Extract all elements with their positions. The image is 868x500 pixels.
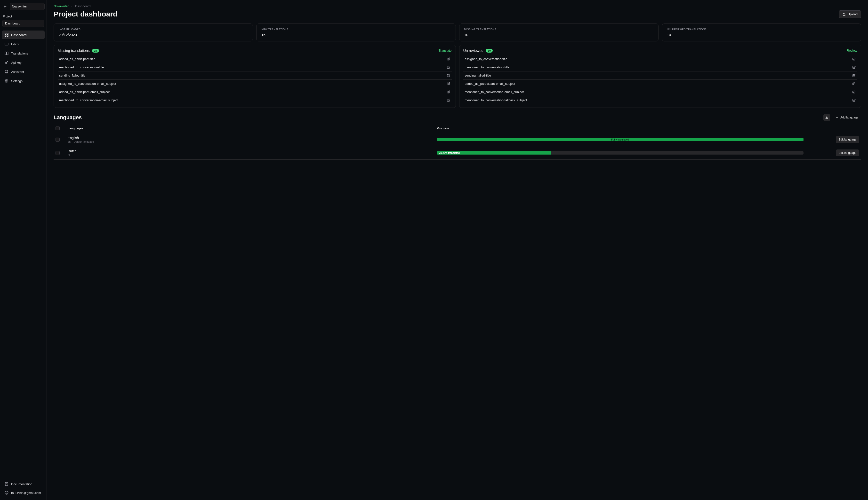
panel-title: Missing translations xyxy=(58,48,90,53)
row-checkbox[interactable] xyxy=(56,138,60,142)
edit-icon[interactable] xyxy=(852,66,856,69)
edit-icon[interactable] xyxy=(852,74,856,77)
nav-label: Editor xyxy=(11,42,19,46)
breadcrumb-root[interactable]: Novawriter xyxy=(54,4,69,8)
edit-icon[interactable] xyxy=(852,99,856,102)
edit-icon[interactable] xyxy=(447,82,450,86)
stat-label: MISSING TRANSLATIONS xyxy=(464,28,654,31)
stat-label: NEW TRANSLATIONS xyxy=(261,28,450,31)
progress-text: 31.25% translated xyxy=(437,151,804,155)
document-icon xyxy=(4,482,9,486)
svg-point-19 xyxy=(6,492,7,493)
nav-assistant[interactable]: Assistant xyxy=(2,67,45,76)
nav-documentation[interactable]: Documentation xyxy=(2,480,45,488)
nav-label: Dashboard xyxy=(11,33,27,37)
assistant-icon xyxy=(4,69,9,74)
nav-label: Documentation xyxy=(11,482,32,486)
chevron-up-down-icon xyxy=(40,5,42,8)
user-email: thuurvdp@gmail.com xyxy=(11,491,41,495)
nav-api-key[interactable]: Api key xyxy=(2,58,45,67)
edit-language-button[interactable]: Edit language xyxy=(836,149,859,156)
edit-icon[interactable] xyxy=(447,74,450,77)
svg-rect-3 xyxy=(7,35,8,37)
review-action[interactable]: Review xyxy=(847,49,857,52)
nav-translations[interactable]: Translations xyxy=(2,49,45,58)
nav-dashboard[interactable]: Dashboard xyxy=(2,31,45,39)
translation-key-item: sending_failed-title xyxy=(58,71,452,79)
svg-rect-0 xyxy=(5,33,6,34)
svg-rect-1 xyxy=(7,33,8,34)
unreviewed-panel: Un reviewed 10 Review assigned_to_conver… xyxy=(459,45,861,108)
download-icon xyxy=(825,116,828,119)
breadcrumb-current: Dashboard xyxy=(75,4,91,8)
edit-icon[interactable] xyxy=(447,57,450,61)
languages-title: Languages xyxy=(54,114,82,121)
download-button[interactable] xyxy=(823,114,830,121)
translation-key-item: mentioned_to_conversation-email_subject xyxy=(463,88,857,96)
stat-missing-translations: MISSING TRANSLATIONS 10 xyxy=(459,23,658,42)
key-name: mentioned_to_conversation-email_subject xyxy=(59,98,118,102)
key-name: sending_failed-title xyxy=(465,73,491,77)
edit-icon[interactable] xyxy=(447,99,450,102)
org-select[interactable]: Novawriter xyxy=(10,3,45,10)
translation-key-item: assigned_to_conversation-email_subject xyxy=(58,79,452,88)
svg-rect-2 xyxy=(5,35,6,37)
page-title: Project dashboard xyxy=(54,10,118,18)
edit-icon[interactable] xyxy=(852,82,856,86)
missing-translations-panel: Missing translations 10 Translate added_… xyxy=(54,45,456,108)
edit-icon[interactable] xyxy=(852,57,856,61)
key-icon xyxy=(4,60,9,65)
progress-text: Fully translated xyxy=(437,138,804,141)
languages-table-header: Languages Progress xyxy=(54,124,861,133)
col-languages: Languages xyxy=(68,126,434,130)
svg-point-14 xyxy=(8,80,8,80)
edit-icon[interactable] xyxy=(447,66,450,69)
edit-language-button[interactable]: Edit language xyxy=(836,136,859,143)
col-progress: Progress xyxy=(437,126,804,130)
edit-icon[interactable] xyxy=(852,90,856,94)
language-name: Dutch xyxy=(68,149,434,153)
count-badge: 10 xyxy=(486,49,493,53)
translation-key-item: mentioned_to_conversation-title xyxy=(463,63,857,71)
stat-value: 29/12/2023 xyxy=(59,33,248,37)
edit-icon[interactable] xyxy=(447,90,450,94)
progress-bar: Fully translated xyxy=(437,138,804,141)
translation-key-item: assigned_to_conversation-title xyxy=(463,55,857,63)
settings-icon xyxy=(4,79,9,83)
stat-unreviewed: UN REVIEWED TRANSLATIONS 10 xyxy=(662,23,861,42)
stat-value: 10 xyxy=(464,33,654,37)
upload-button[interactable]: Upload xyxy=(839,10,861,18)
translate-action[interactable]: Translate xyxy=(438,49,452,52)
key-name: assigned_to_conversation-email_subject xyxy=(59,82,116,86)
nav-editor[interactable]: Editor xyxy=(2,40,45,48)
row-checkbox[interactable] xyxy=(56,151,60,155)
translation-key-item: sending_failed-title xyxy=(463,71,857,79)
key-name: added_as_participant-title xyxy=(59,57,95,61)
count-badge: 10 xyxy=(92,49,99,53)
editor-icon xyxy=(4,42,9,46)
user-account[interactable]: thuurvdp@gmail.com xyxy=(2,488,45,497)
user-icon xyxy=(4,490,9,495)
select-all-checkbox[interactable] xyxy=(56,126,60,130)
key-name: mentioned_to_conversation-email_subject xyxy=(465,90,524,94)
progress-bar: 31.25% translated xyxy=(437,151,804,155)
project-select[interactable]: Dashboard xyxy=(2,20,44,27)
nav-settings[interactable]: Settings xyxy=(2,77,45,85)
translation-key-item: added_as_participant-title xyxy=(58,55,452,63)
arrow-left-icon xyxy=(3,4,7,9)
translations-icon xyxy=(4,51,9,56)
key-name: sending_failed-title xyxy=(59,73,85,77)
svg-rect-6 xyxy=(5,52,6,55)
dashboard-icon xyxy=(4,33,9,37)
language-name: English xyxy=(68,136,434,140)
translation-key-item: added_as_participant-email_subject xyxy=(463,79,857,88)
upload-icon xyxy=(842,12,846,16)
stat-value: 16 xyxy=(261,33,450,37)
nav-label: Api key xyxy=(11,61,22,65)
stat-last-uploaded: LAST UPLOADED 29/12/2023 xyxy=(54,23,253,42)
back-button[interactable] xyxy=(2,3,8,10)
project-name: Dashboard xyxy=(5,22,21,25)
sidebar: Novawriter Project Dashboard Dashboard E… xyxy=(0,0,47,500)
translation-key-item: mentioned_to_conversation-email_subject xyxy=(58,96,452,104)
add-language-button[interactable]: Add language xyxy=(833,114,861,121)
